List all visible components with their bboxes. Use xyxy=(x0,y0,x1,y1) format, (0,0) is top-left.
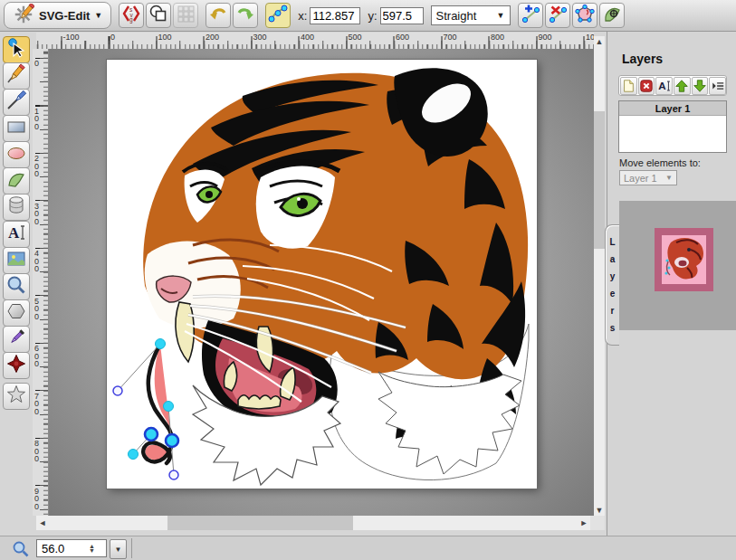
ellipse-icon xyxy=(5,142,27,167)
ruler-label: 400 xyxy=(34,250,42,273)
main-menu-button[interactable]: SVG-Edit ▼ xyxy=(4,2,111,29)
x-coordinate-input[interactable] xyxy=(310,7,360,24)
ruler-label: 300 xyxy=(253,33,267,42)
ruler-label: 1000 xyxy=(586,33,594,42)
tool-zoom-button[interactable] xyxy=(3,273,30,300)
redo-arrow-icon xyxy=(235,4,255,27)
layers-panel: Layers A xyxy=(607,32,736,536)
tool-line-button[interactable] xyxy=(3,89,30,116)
scroll-left-button[interactable]: ◄ xyxy=(36,516,49,530)
delete-layer-button[interactable] xyxy=(638,77,655,95)
ruler-label: 900 xyxy=(539,33,552,42)
layers-panel-handle[interactable]: Layers xyxy=(605,224,619,346)
close-path-button[interactable] xyxy=(572,3,597,28)
open-path-button[interactable] xyxy=(599,3,625,28)
ruler-label: 800 xyxy=(34,440,42,463)
ruler-label: 500 xyxy=(349,33,362,42)
ruler-label: 500 xyxy=(34,298,42,321)
move-elements-select[interactable]: Layer 1 ▼ xyxy=(619,170,677,185)
image-icon xyxy=(5,248,27,273)
ruler-label: 100 xyxy=(158,33,172,42)
tool-text-button[interactable]: A xyxy=(3,221,30,248)
ruler-label: 800 xyxy=(491,33,504,42)
edit-node-tool-button[interactable] xyxy=(265,3,291,28)
tool-star-button[interactable] xyxy=(3,383,30,410)
layer-list[interactable]: Layer 1 xyxy=(618,100,727,153)
svg-text:A: A xyxy=(658,81,666,91)
arrow-up-icon xyxy=(674,79,689,93)
wireframe-button[interactable] xyxy=(146,3,171,28)
overlap-shapes-icon xyxy=(148,4,168,27)
ruler-label: 900 xyxy=(34,488,42,511)
ruler-label: 200 xyxy=(34,155,42,178)
edit-source-button[interactable]: s v g xyxy=(119,3,144,28)
workspace[interactable] xyxy=(49,49,594,516)
scroll-right-button[interactable]: ► xyxy=(578,516,590,530)
move-elements-label: Move elements to: xyxy=(619,157,701,168)
close-path-icon xyxy=(575,4,595,27)
scrollbar-corner xyxy=(590,516,605,530)
rename-layer-button[interactable]: A xyxy=(655,77,673,95)
move-layer-up-button[interactable] xyxy=(674,77,691,95)
undo-button[interactable] xyxy=(206,3,231,28)
ruler-vertical: 0100200300400500600700800900 xyxy=(33,49,49,516)
ruler-label: 400 xyxy=(301,33,314,42)
horizontal-scroll-thumb[interactable] xyxy=(167,516,353,530)
magnifier-icon xyxy=(5,274,27,299)
ruler-horizontal: -10001002003004005006007008009001000 xyxy=(36,33,594,50)
layer-menu-icon xyxy=(711,79,725,93)
zoom-magnifier-icon xyxy=(12,540,30,560)
add-node-button[interactable] xyxy=(518,3,543,28)
top-toolbar: SVG-Edit ▼ s v g xyxy=(0,0,736,32)
layer-row-selected[interactable]: Layer 1 xyxy=(619,101,726,116)
vertical-scroll-thumb[interactable] xyxy=(594,111,605,249)
tool-path-button[interactable] xyxy=(3,167,30,195)
ruler-label: 0 xyxy=(34,60,42,68)
ruler-label: 0 xyxy=(110,33,115,42)
arrow-down-icon xyxy=(693,79,707,93)
text-icon: A xyxy=(5,222,27,247)
tool-rectangle-button[interactable] xyxy=(3,115,30,142)
layer-buttons-row: A xyxy=(618,75,727,96)
undo-arrow-icon xyxy=(208,4,228,27)
segment-type-select[interactable]: Straight ▼ xyxy=(431,5,511,25)
layer-more-options-button[interactable] xyxy=(709,77,726,95)
edit-path-overlay[interactable] xyxy=(107,60,537,489)
tool-select-button[interactable] xyxy=(3,36,30,63)
scroll-up-button[interactable]: ▲ xyxy=(594,36,605,47)
new-layer-button[interactable] xyxy=(620,77,637,95)
segment-type-value: Straight xyxy=(436,9,477,23)
delete-node-button[interactable] xyxy=(545,3,570,28)
horizontal-scrollbar[interactable]: ◄ ► xyxy=(36,516,590,530)
zoom-level-field[interactable]: ▲ ▼ xyxy=(36,539,107,557)
svg-canvas[interactable] xyxy=(107,60,537,489)
path-shape-icon xyxy=(5,168,27,194)
select-cursor-icon xyxy=(5,37,27,62)
zoom-spin-down-icon[interactable]: ▼ xyxy=(89,548,95,553)
tool-shape-library-button[interactable] xyxy=(3,194,30,221)
statusbar-divider xyxy=(131,538,132,558)
red-clover-icon xyxy=(5,353,27,378)
tool-shapelib-flower-button[interactable] xyxy=(3,352,30,379)
zoom-level-input[interactable] xyxy=(37,541,87,556)
selection-preview-thumbnail xyxy=(655,228,713,291)
zoom-spinner[interactable]: ▲ ▼ xyxy=(89,544,95,553)
scroll-down-button[interactable]: ▼ xyxy=(594,505,605,516)
move-layer-down-button[interactable] xyxy=(692,77,709,95)
redo-button[interactable] xyxy=(233,3,258,28)
zoom-presets-button[interactable]: ▼ xyxy=(110,539,127,559)
ruler-label: 600 xyxy=(396,33,409,42)
move-elements-arrow-icon: ▼ xyxy=(665,174,673,182)
tool-ellipse-button[interactable] xyxy=(3,141,30,168)
vertical-scrollbar[interactable]: ▲ ▼ xyxy=(594,36,605,516)
tool-eyedropper-button[interactable] xyxy=(3,326,30,353)
y-coordinate-input[interactable] xyxy=(380,7,424,24)
canvas-preview-block xyxy=(619,201,736,330)
tool-image-button[interactable] xyxy=(3,247,30,274)
tool-polygon-button[interactable] xyxy=(3,299,30,327)
grid-button[interactable] xyxy=(173,3,198,28)
svg-edit-logo-icon xyxy=(13,4,34,28)
cylinder-icon xyxy=(5,195,27,220)
layers-panel-title: Layers xyxy=(622,52,663,66)
tool-pencil-button[interactable] xyxy=(3,62,30,90)
